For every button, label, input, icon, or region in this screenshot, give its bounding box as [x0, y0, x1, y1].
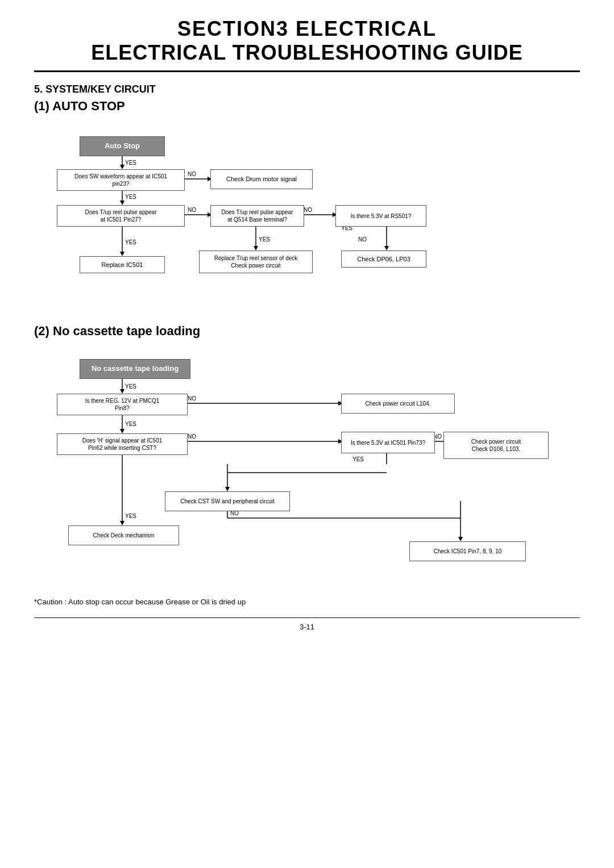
diagram2: YES YES NO NO YES NO YES NO	[34, 348, 580, 586]
svg-text:NO: NO	[358, 236, 367, 243]
svg-marker-29	[120, 429, 125, 433]
svg-marker-1	[120, 165, 125, 169]
diagram1-title: (1) AUTO STOP	[34, 99, 580, 114]
svg-text:YES: YES	[125, 194, 136, 200]
svg-text:YES: YES	[125, 383, 136, 390]
svg-text:YES: YES	[125, 421, 136, 427]
svg-marker-46	[120, 521, 125, 525]
check-power-d106-box: Check power circuit Check D106, L103.	[443, 432, 549, 459]
svg-text:NO: NO	[188, 395, 196, 402]
reg12v-box: Is there REG. 12V at PMCQ1 Pin8?	[57, 394, 188, 415]
svg-text:YES: YES	[125, 160, 136, 166]
svg-marker-40	[225, 487, 230, 491]
svg-text:NO: NO	[188, 171, 196, 177]
check-ic501-pin-box: Check IC501 Pin7, 8, 9, 10	[409, 541, 526, 561]
svg-marker-26	[120, 389, 125, 394]
section-heading: 5. SYSTEM/KEY CIRCUIT	[34, 84, 580, 95]
sw-waveform-box: Does SW waveform appear at IC501 pin23?	[57, 169, 185, 191]
svg-text:YES: YES	[125, 513, 136, 519]
header-line1: SECTION3 ELECTRICAL	[34, 17, 580, 41]
svg-text:NO: NO	[304, 207, 312, 213]
svg-text:NO: NO	[188, 207, 196, 213]
h-signal-box: Does 'H' signal appear at IC501 Pin62 wh…	[57, 433, 188, 455]
svg-marker-10	[120, 252, 125, 256]
ic501-pin73-box: Is there 5.3V at IC501 Pin73?	[341, 432, 435, 453]
check-cst-sw-box: Check CST SW and peripheral circuit	[165, 491, 290, 511]
caution-text: *Caution : Auto stop can occur because G…	[34, 598, 580, 606]
svg-text:NO: NO	[188, 433, 196, 440]
replace-tup-box: Replace T/up reel sensor of deck Check p…	[199, 251, 313, 273]
svg-marker-4	[120, 201, 125, 205]
tup-reel-q514-box: Does T/up reel pulse appear at Q514 Base…	[210, 205, 304, 227]
svg-text:YES: YES	[352, 456, 364, 462]
svg-marker-19	[254, 246, 258, 251]
diagram1: YES YES NO YES NO NO YES NO YES Auto	[34, 125, 580, 301]
check-deck-box: Check Deck mechanism	[68, 525, 179, 545]
page-header: SECTION3 ELECTRICAL ELECTRICAL TROUBLESH…	[34, 17, 580, 72]
no-cassette-start-box: No cassette tape loading	[80, 359, 190, 379]
svg-text:YES: YES	[259, 236, 270, 243]
svg-marker-52	[458, 537, 463, 541]
check-power-l104-box: Check power circuit L104.	[341, 394, 455, 414]
check-dp06-box: Check DP06, LP03	[341, 251, 426, 268]
rs501-box: Is there 5.3V at RS501?	[335, 205, 426, 227]
svg-text:YES: YES	[125, 239, 136, 245]
header-line2: ELECTRICAL TROUBLESHOOTING GUIDE	[34, 41, 580, 65]
replace-ic501-box: Replace IC501	[80, 256, 165, 273]
auto-stop-box: Auto Stop	[80, 136, 165, 156]
tup-reel-ic501-box: Does T/up reel pulse appear at IC501 Pin…	[57, 205, 185, 227]
page-number: 3-11	[34, 617, 580, 631]
diagram2-title: (2) No cassette tape loading	[34, 324, 580, 339]
check-drum-box: Check Drum motor signal	[210, 169, 313, 189]
svg-marker-22	[384, 246, 389, 251]
